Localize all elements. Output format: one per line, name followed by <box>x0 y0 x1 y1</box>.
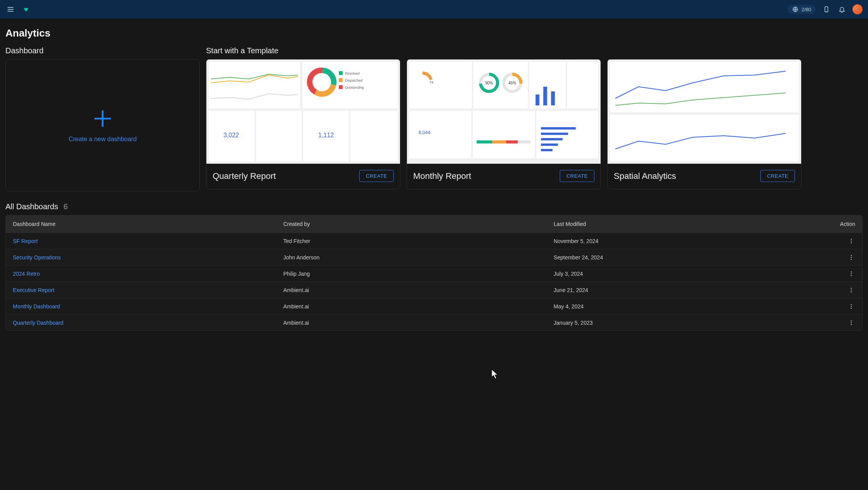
svg-point-59 <box>851 271 852 273</box>
svg-rect-41 <box>477 140 492 144</box>
svg-text:Resolved: Resolved <box>345 72 360 75</box>
kebab-icon[interactable] <box>847 285 855 295</box>
dashboards-table: Dashboard Name Created by Last Modified … <box>5 215 863 331</box>
svg-rect-12 <box>339 71 343 75</box>
svg-rect-35 <box>551 91 555 105</box>
template-name: Quarterly Report <box>213 171 276 181</box>
template-card-spatial: Spatial Analytics CREATE <box>607 59 802 189</box>
table-row: Monthly DashboardAmbient.aiMay 4, 2024 <box>6 298 862 314</box>
template-card-monthly: 74 90% 45% <box>407 59 601 189</box>
all-dashboards-count: 6 <box>63 202 68 211</box>
created-by-cell: John Anderson <box>283 254 554 261</box>
svg-point-55 <box>851 242 852 243</box>
device-icon[interactable] <box>821 4 831 14</box>
svg-text:Outstanding: Outstanding <box>345 86 364 89</box>
svg-rect-25 <box>409 62 472 108</box>
svg-rect-32 <box>529 62 566 108</box>
svg-point-63 <box>851 289 852 290</box>
dashboard-link[interactable]: Quarterly Dashboard <box>13 320 283 326</box>
kebab-icon[interactable] <box>847 318 855 327</box>
top-bar: 2/80 <box>0 0 868 19</box>
template-card-quarterly: Resolved Dispatched Outstanding 3,022 1,… <box>206 59 400 189</box>
last-modified-cell: September 24, 2024 <box>554 254 824 261</box>
template-thumbnail <box>608 60 801 164</box>
dashboard-link[interactable]: Security Operations <box>13 254 283 261</box>
svg-text:Dispatched: Dispatched <box>345 79 363 82</box>
table-row: 2024 RetroPhilip JangJuly 3, 2024 <box>6 265 862 282</box>
templates-section-heading: Start with a Template <box>206 46 863 55</box>
all-dashboards-title: All Dashboards <box>5 202 58 211</box>
created-by-cell: Philip Jang <box>283 271 554 277</box>
svg-rect-46 <box>541 133 568 135</box>
svg-rect-47 <box>541 138 563 140</box>
svg-rect-33 <box>536 94 540 105</box>
create-new-dashboard-label: Create a new dashboard <box>68 136 136 143</box>
all-dashboards-heading: All Dashboards 6 <box>5 202 863 211</box>
table-row: Executive ReportAmbient.aiJune 21, 2024 <box>6 282 862 298</box>
svg-rect-36 <box>567 62 598 108</box>
plus-icon <box>92 108 114 130</box>
svg-point-58 <box>851 259 852 260</box>
created-by-cell: Ambient.ai <box>283 287 554 293</box>
created-by-cell: Ambient.ai <box>283 320 554 326</box>
svg-point-61 <box>851 275 852 276</box>
table-row: SF ReportTed FitcherNovember 5, 2024 <box>6 233 862 249</box>
bell-icon[interactable] <box>837 4 847 14</box>
page-title: Analytics <box>5 27 863 39</box>
svg-point-64 <box>851 291 852 292</box>
table-row: Security OperationsJohn AndersonSeptembe… <box>6 249 862 265</box>
kebab-icon[interactable] <box>847 302 855 311</box>
svg-point-65 <box>851 304 852 305</box>
svg-text:1,112: 1,112 <box>318 132 334 138</box>
last-modified-cell: May 4, 2024 <box>554 303 824 310</box>
svg-point-60 <box>851 273 852 274</box>
svg-text:3,022: 3,022 <box>224 132 239 138</box>
svg-point-68 <box>851 320 852 322</box>
svg-point-57 <box>851 257 852 258</box>
dashboard-link[interactable]: Executive Report <box>13 287 283 293</box>
svg-text:74: 74 <box>430 80 433 84</box>
usage-text: 2/80 <box>802 7 811 12</box>
svg-rect-48 <box>541 144 558 146</box>
usage-pill[interactable]: 2/80 <box>788 5 816 14</box>
col-last-modified: Last Modified <box>554 221 824 227</box>
dashboard-link[interactable]: Monthly Dashboard <box>13 303 283 310</box>
dashboard-link[interactable]: 2024 Retro <box>13 271 283 277</box>
svg-rect-42 <box>492 140 506 144</box>
last-modified-cell: January 5, 2023 <box>554 320 824 326</box>
svg-point-56 <box>851 255 852 256</box>
create-button[interactable]: CREATE <box>760 170 795 182</box>
svg-rect-39 <box>473 111 534 158</box>
svg-point-70 <box>851 324 852 325</box>
create-button[interactable]: CREATE <box>359 170 394 182</box>
svg-point-66 <box>851 306 852 307</box>
create-button[interactable]: CREATE <box>560 170 594 182</box>
svg-rect-23 <box>351 111 398 161</box>
menu-icon[interactable] <box>5 4 16 14</box>
create-new-dashboard-tile[interactable]: Create a new dashboard <box>5 59 200 191</box>
col-name: Dashboard Name <box>13 221 283 227</box>
svg-text:6,044: 6,044 <box>419 130 430 135</box>
last-modified-cell: November 5, 2024 <box>554 238 824 244</box>
svg-point-67 <box>851 308 852 309</box>
last-modified-cell: June 21, 2024 <box>554 287 824 293</box>
svg-rect-49 <box>541 149 553 151</box>
kebab-icon[interactable] <box>847 269 855 278</box>
template-thumbnail: Resolved Dispatched Outstanding 3,022 1,… <box>206 60 400 164</box>
table-row: Quarterly DashboardAmbient.aiJanuary 5, … <box>6 314 862 331</box>
dashboard-section-heading: Dashboard <box>5 46 200 55</box>
template-thumbnail: 74 90% 45% <box>407 60 601 164</box>
avatar[interactable] <box>852 4 863 14</box>
col-created-by: Created by <box>283 221 554 227</box>
last-modified-cell: July 3, 2024 <box>554 271 824 277</box>
svg-rect-14 <box>339 85 343 89</box>
svg-rect-43 <box>506 140 518 144</box>
dashboard-link[interactable]: SF Report <box>13 238 283 244</box>
kebab-icon[interactable] <box>847 236 855 246</box>
svg-point-54 <box>851 240 852 242</box>
created-by-cell: Ted Fitcher <box>283 238 554 244</box>
svg-text:45%: 45% <box>508 81 516 85</box>
kebab-icon[interactable] <box>847 253 855 262</box>
globe-icon <box>792 6 798 12</box>
svg-rect-20 <box>256 111 302 161</box>
